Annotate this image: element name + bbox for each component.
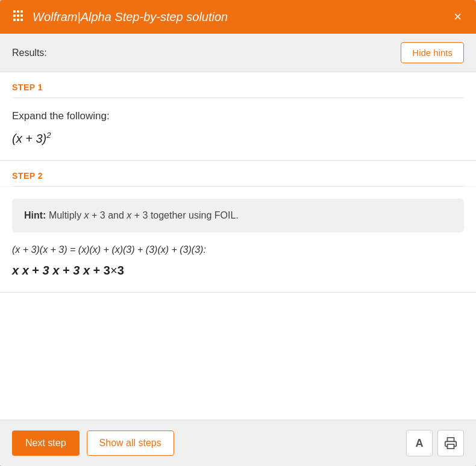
step-1-description: Expand the following: <box>12 110 464 122</box>
step-1-section: STEP 1 Expand the following: (x + 3)2 <box>0 72 476 161</box>
svg-rect-7 <box>17 19 19 21</box>
title-bar-left: Wolfram|Alpha Step-by-step solution <box>12 8 228 26</box>
results-bar: Results: Hide hints <box>0 34 476 72</box>
wolfram-icon <box>12 8 27 26</box>
font-icon: A <box>416 437 424 450</box>
svg-rect-1 <box>17 10 19 13</box>
title-bar: Wolfram|Alpha Step-by-step solution × <box>0 0 476 34</box>
content-area: STEP 1 Expand the following: (x + 3)2 ST… <box>0 72 476 420</box>
step-2-equation: (x + 3)(x + 3) = (x)(x) + (x)(3) + (3)(x… <box>12 244 464 255</box>
hint-box: Hint: Multiply x + 3 and x + 3 together … <box>12 199 464 232</box>
step-1-header: STEP 1 <box>0 72 476 98</box>
svg-rect-3 <box>13 14 16 17</box>
step-2-label: STEP 2 <box>12 171 43 181</box>
step-2-content: Hint: Multiply x + 3 and x + 3 together … <box>0 187 476 292</box>
svg-rect-9 <box>448 444 454 449</box>
hide-hints-button[interactable]: Hide hints <box>401 42 464 63</box>
show-all-steps-button[interactable]: Show all steps <box>87 430 174 456</box>
svg-rect-4 <box>17 14 19 17</box>
hint-label: Hint: <box>24 210 46 220</box>
footer: Next step Show all steps A <box>0 420 476 466</box>
step-2-section: STEP 2 Hint: Multiply x + 3 and x + 3 to… <box>0 161 476 293</box>
title-text: Wolfram|Alpha Step-by-step solution <box>33 10 228 24</box>
close-button[interactable]: × <box>451 8 464 26</box>
step-2-header: STEP 2 <box>0 161 476 186</box>
print-icon <box>444 436 457 450</box>
svg-rect-0 <box>13 10 16 13</box>
step-1-content: Expand the following: (x + 3)2 <box>0 98 476 160</box>
svg-rect-5 <box>20 14 23 17</box>
svg-rect-8 <box>20 19 23 21</box>
font-size-button[interactable]: A <box>406 430 433 456</box>
results-label: Results: <box>12 48 47 58</box>
next-step-button[interactable]: Next step <box>12 430 80 456</box>
svg-rect-2 <box>20 10 23 13</box>
step-2-result: x x + 3 x + 3 x + 3×3 <box>12 264 464 278</box>
main-window: Wolfram|Alpha Step-by-step solution × Re… <box>0 0 476 466</box>
step-1-label: STEP 1 <box>12 82 43 92</box>
svg-rect-6 <box>13 19 16 21</box>
footer-left: Next step Show all steps <box>12 430 174 456</box>
footer-right: A <box>406 430 464 456</box>
print-button[interactable] <box>437 430 464 456</box>
step-1-formula: (x + 3)2 <box>12 131 464 146</box>
hint-text: Multiply x + 3 and x + 3 together using … <box>49 210 239 220</box>
